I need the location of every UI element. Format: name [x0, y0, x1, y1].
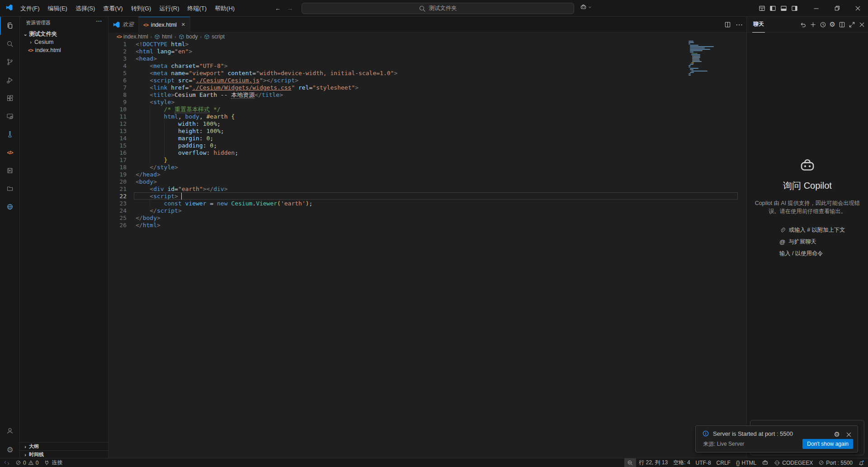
ellipsis-icon[interactable]: ⋯ — [736, 20, 743, 29]
code-token: html — [171, 41, 185, 48]
status-live-server-port[interactable]: Port : 5500 — [816, 458, 855, 467]
layout-sidebar-icon[interactable] — [769, 5, 776, 12]
status-language-mode[interactable]: {}HTML — [733, 458, 759, 467]
plus-icon[interactable] — [810, 21, 816, 28]
close-win-icon[interactable] — [859, 21, 865, 28]
minimap-line — [690, 46, 714, 47]
editor-scrollbar[interactable] — [741, 33, 746, 458]
gear-icon[interactable]: ⚙ — [830, 20, 835, 29]
code-token: head — [139, 55, 153, 62]
command-center-search[interactable]: 测试文件夹 — [302, 3, 574, 14]
activity-folder-library[interactable] — [0, 180, 20, 198]
section-timeline[interactable]: ›时间线 — [20, 450, 108, 458]
minimap[interactable] — [689, 41, 720, 95]
menu-item-1[interactable]: 编辑(E) — [44, 3, 71, 14]
layout-panel-icon[interactable] — [780, 5, 787, 12]
menu-item-3[interactable]: 查看(V) — [99, 3, 127, 14]
status-notifications-bell[interactable] — [855, 458, 867, 467]
activity-globe[interactable] — [0, 198, 20, 216]
code-line-1: 1<!DOCTYPE html> — [108, 41, 746, 48]
status-zoom-status[interactable] — [624, 458, 636, 467]
copilot-icon[interactable] — [580, 4, 587, 10]
status-remote-indicator[interactable] — [1, 458, 13, 467]
expand-icon[interactable] — [849, 21, 855, 28]
code-line-3: 3<head> — [108, 55, 746, 62]
status-indentation[interactable]: 空格: 4 — [670, 458, 693, 467]
layout-sidebar-right-icon[interactable] — [791, 5, 798, 12]
breadcrumb-index.html[interactable]: <>index.html — [117, 33, 148, 40]
activity-explorer[interactable] — [0, 17, 20, 35]
chat-header: 聊天 ⚙ — [747, 17, 868, 33]
code-line-8: 8<title>Cesium Earth -- 本地资源</title> — [108, 91, 746, 99]
line-number: 17 — [108, 157, 127, 164]
code-token: < — [150, 84, 153, 91]
activity-search[interactable] — [0, 35, 20, 53]
close-icon[interactable]: ✕ — [181, 22, 185, 28]
section-outline[interactable]: ›大纲 — [20, 442, 108, 450]
activity-testing[interactable] — [0, 125, 20, 143]
menu-item-0[interactable]: 文件(F) — [16, 3, 44, 14]
minimize-button[interactable] — [806, 0, 826, 17]
activity-media[interactable] — [0, 162, 20, 180]
code-token: style — [157, 164, 175, 171]
status-eol[interactable]: CRLF — [714, 458, 733, 467]
gear-icon[interactable]: ⚙ — [834, 430, 840, 438]
chevron-right-icon: › — [23, 452, 28, 457]
layout-grid-icon[interactable] — [759, 5, 765, 12]
code-line-16: 16overflow: hidden; — [108, 149, 746, 157]
dont-show-again-button[interactable]: Don't show again — [802, 439, 853, 449]
breadcrumb-script[interactable]: script — [204, 33, 225, 40]
activity-source-control[interactable] — [0, 53, 20, 71]
code-line-18: 18</style> — [108, 164, 746, 171]
copilot-titlebar-button[interactable] — [580, 4, 592, 10]
menu-item-6[interactable]: 终端(T) — [183, 3, 211, 14]
status-problems[interactable]: 00 — [13, 458, 41, 467]
menu-item-5[interactable]: 运行(R) — [155, 3, 183, 14]
status-copilot-status[interactable] — [759, 458, 771, 467]
menu-item-7[interactable]: 帮助(H) — [211, 3, 239, 14]
code-token: > — [157, 214, 160, 221]
code-token: width — [178, 120, 196, 127]
activity-codegeex[interactable]: </> — [0, 143, 20, 162]
minimap-line — [689, 43, 690, 44]
chat-tab[interactable]: 聊天 — [752, 16, 765, 33]
breadcrumb-html[interactable]: html — [154, 33, 172, 40]
close-win-icon[interactable] — [845, 430, 852, 438]
split-editor-icon[interactable] — [724, 21, 731, 28]
undo-icon[interactable] — [800, 21, 807, 28]
code-token: < — [136, 178, 139, 185]
restore-button[interactable] — [826, 0, 847, 17]
status-encoding[interactable]: UTF-8 — [693, 458, 714, 467]
indent-guide — [136, 186, 150, 193]
menu-item-2[interactable]: 选择(S) — [71, 3, 99, 14]
activity-remote-explorer[interactable] — [0, 107, 20, 125]
menu-item-4[interactable]: 转到(G) — [127, 3, 156, 14]
chevron-down-icon[interactable] — [588, 5, 592, 10]
forward-arrow-icon[interactable]: → — [287, 5, 293, 12]
split-editor-icon[interactable] — [839, 21, 845, 28]
status-connect[interactable]: 连接 — [41, 458, 65, 467]
status-codegeex-status[interactable]: CODEGEEX — [771, 458, 816, 467]
line-text: margin: 0; — [136, 135, 213, 142]
status-right: 行 22, 列 13空格: 4UTF-8CRLF{}HTMLCODEGEEXPo… — [624, 458, 867, 467]
activity-extensions[interactable] — [0, 89, 20, 107]
tree-item-Cesium[interactable]: ›Cesium — [20, 38, 108, 46]
status-cursor-position[interactable]: 行 22, 列 13 — [636, 458, 670, 467]
more-actions-icon[interactable]: ⋯ — [96, 17, 103, 24]
back-arrow-icon[interactable]: ← — [275, 5, 281, 12]
tab-index.html[interactable]: <>index.html✕ — [139, 17, 190, 33]
code-token: title — [262, 91, 279, 98]
close-win-button[interactable] — [847, 0, 868, 17]
breadcrumb-body[interactable]: body — [179, 33, 198, 40]
code-area[interactable]: 1<!DOCTYPE html>2<html lang="en">3<head>… — [108, 41, 746, 235]
activity-run-debug[interactable] — [0, 71, 20, 89]
clock-icon[interactable] — [820, 21, 826, 28]
activity-accounts[interactable] — [0, 422, 20, 440]
tree-root-folder[interactable]: ⌄测试文件夹 — [20, 30, 108, 38]
tree-item-index.html[interactable]: <>index.html — [20, 46, 108, 54]
search-value: 测试文件夹 — [429, 5, 457, 12]
tab-欢迎[interactable]: 欢迎 — [108, 17, 139, 33]
symbol-icon — [179, 34, 184, 40]
activity-settings[interactable]: ⚙ — [0, 441, 20, 459]
indent-guide — [136, 113, 150, 120]
